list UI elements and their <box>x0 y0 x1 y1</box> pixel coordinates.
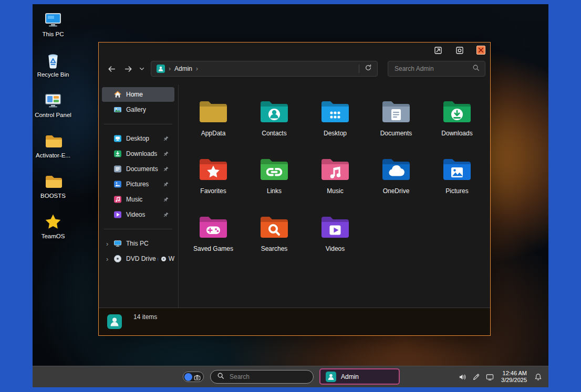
folder-icon <box>196 95 230 129</box>
recent-locations-button[interactable] <box>137 62 147 75</box>
folder-videos[interactable]: Videos <box>305 210 366 268</box>
volume-label: W <box>169 255 174 262</box>
pin-icon <box>162 181 169 188</box>
desktop-icon-control-panel[interactable]: Control Panel <box>33 91 74 118</box>
bell-icon[interactable] <box>534 373 542 381</box>
search-input[interactable] <box>393 65 469 73</box>
desktop-icon-boosts[interactable]: BOOSTS <box>33 172 74 199</box>
pictures-mini-icon <box>113 180 122 188</box>
videos-mini-icon <box>113 210 122 219</box>
folder-appdata[interactable]: AppData <box>183 95 244 153</box>
control-panel-icon <box>43 91 63 110</box>
folder-icon <box>257 210 291 244</box>
folder-icon <box>379 95 413 129</box>
folder-links[interactable]: Links <box>244 153 305 210</box>
sidebar-item-downloads[interactable]: Downloads <box>102 146 174 161</box>
folder-onedrive[interactable]: OneDrive <box>366 153 427 210</box>
folder-searches[interactable]: Searches <box>244 210 305 268</box>
folder-label: Music <box>327 187 343 195</box>
desktop-icon-activator-e[interactable]: Activator-E... <box>33 132 74 158</box>
display-icon[interactable] <box>486 373 494 381</box>
breadcrumb-separator-icon: › <box>169 65 171 72</box>
user-icon <box>157 65 165 73</box>
sidebar-item-dvd-drive-d[interactable]: ›DVD Drive (D:)W <box>102 251 174 266</box>
folder-icon <box>43 172 63 191</box>
folder-icon <box>318 95 352 129</box>
pen-icon[interactable] <box>472 373 480 381</box>
minimize-button[interactable] <box>433 46 442 55</box>
desktop-icon-recycle-bin[interactable]: Recycle Bin <box>33 51 74 78</box>
task-button-admin[interactable]: Admin <box>319 368 400 385</box>
maximize-button[interactable] <box>455 46 464 55</box>
folder-favorites[interactable]: Favorites <box>183 153 244 210</box>
sidebar-item-label: Videos <box>126 211 145 218</box>
system-tray: 12:46 AM 3/29/2025 <box>459 366 542 387</box>
clock-time: 12:46 AM <box>501 370 527 377</box>
this-pc-mini-icon <box>113 239 122 248</box>
chevron-right-icon[interactable]: › <box>106 255 113 263</box>
taskbar-toggle[interactable] <box>183 372 204 382</box>
folder-desktop[interactable]: Desktop <box>305 95 366 153</box>
folder-icon <box>43 132 63 151</box>
taskbar-search-input[interactable] <box>229 373 307 381</box>
address-bar[interactable]: › Admin › <box>151 61 378 77</box>
sidebar-item-gallery[interactable]: Gallery <box>102 102 174 117</box>
desktop-icon-label: Recycle Bin <box>37 71 69 78</box>
sidebar-item-label: DVD Drive (D:) <box>126 255 158 262</box>
desktop-icon-this-pc[interactable]: This PC <box>33 10 74 37</box>
forward-button[interactable] <box>122 62 134 75</box>
this-pc-icon <box>43 10 63 29</box>
documents-mini-icon <box>113 165 122 173</box>
sidebar-item-this-pc[interactable]: ›This PC <box>102 236 174 251</box>
chevron-right-icon[interactable]: › <box>106 240 113 248</box>
desktop-icon-teamos[interactable]: TeamOS <box>33 213 74 239</box>
folder-contacts[interactable]: Contacts <box>244 95 305 153</box>
sidebar-item-desktop[interactable]: Desktop <box>102 131 174 146</box>
task-label: Admin <box>341 373 359 380</box>
sidebar-item-home[interactable]: Home <box>102 87 174 102</box>
sidebar-separator <box>104 229 172 229</box>
folder-label: Favorites <box>200 187 226 195</box>
window-controls <box>433 46 485 55</box>
taskbar: Admin 12:46 AM 3/29/2025 <box>33 366 548 387</box>
desktop-icons: This PCRecycle BinControl PanelActivator… <box>33 10 74 239</box>
folder-downloads[interactable]: Downloads <box>427 95 487 153</box>
desktop-icon-label: TeamOS <box>42 233 65 239</box>
sidebar-item-documents[interactable]: Documents <box>102 162 174 176</box>
volume-icon[interactable] <box>459 373 466 381</box>
close-button[interactable] <box>476 46 485 55</box>
clock[interactable]: 12:46 AM 3/29/2025 <box>501 370 527 384</box>
pin-icon <box>162 211 169 218</box>
search-icon <box>217 372 224 382</box>
clock-date: 3/29/2025 <box>501 377 527 384</box>
breadcrumb-item-admin[interactable]: Admin <box>174 65 192 72</box>
sidebar-item-label: Pictures <box>126 181 149 188</box>
search-box <box>388 61 485 77</box>
sidebar-item-music[interactable]: Music <box>102 192 174 207</box>
folder-documents[interactable]: Documents <box>366 95 427 153</box>
folder-saved-games[interactable]: Saved Games <box>183 210 244 268</box>
sidebar-item-label: Documents <box>126 165 158 173</box>
pin-icon <box>162 151 169 157</box>
taskbar-search[interactable] <box>210 370 314 384</box>
music-mini-icon <box>113 195 122 204</box>
sidebar-item-label: Home <box>126 91 143 98</box>
sidebar-separator <box>104 124 172 124</box>
sidebar-item-label: This PC <box>126 240 149 247</box>
disc-icon <box>161 256 167 262</box>
folder-pictures[interactable]: Pictures <box>427 153 487 210</box>
folder-label: OneDrive <box>383 187 410 195</box>
back-button[interactable] <box>105 62 118 75</box>
folder-label: Saved Games <box>193 245 233 252</box>
sidebar-item-pictures[interactable]: Pictures <box>102 177 174 192</box>
sidebar-item-label: Gallery <box>126 106 146 113</box>
star-icon <box>43 213 63 231</box>
address-bar-actions <box>359 64 372 73</box>
desktop-icon-label: Control Panel <box>35 112 71 118</box>
folder-label: Documents <box>380 130 412 137</box>
folder-icon <box>440 95 474 129</box>
refresh-icon[interactable] <box>365 64 372 73</box>
pin-icon <box>162 196 169 203</box>
sidebar-item-videos[interactable]: Videos <box>102 207 174 222</box>
folder-music[interactable]: Music <box>305 153 366 210</box>
